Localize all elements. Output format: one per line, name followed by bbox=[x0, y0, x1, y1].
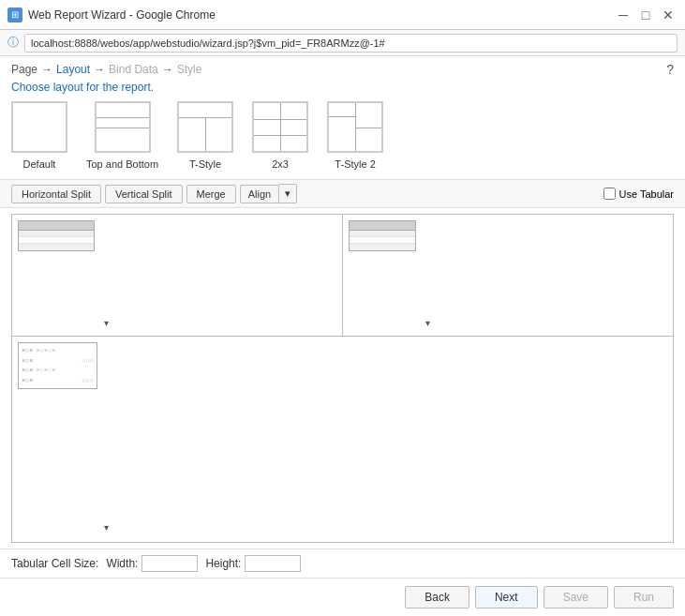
minimize-button[interactable]: ─ bbox=[614, 6, 633, 24]
address-bar: ⓘ bbox=[0, 30, 685, 56]
main-content: Page → Layout → Bind Data → Style ? Choo… bbox=[0, 56, 685, 616]
window-title: Web Report Wizard - Google Chrome bbox=[28, 8, 608, 22]
app-icon: ⊞ bbox=[7, 8, 22, 23]
dropdown-arrow-right: ▾ bbox=[425, 318, 430, 328]
layout-icon-2x3 bbox=[252, 101, 308, 153]
table-widget-left bbox=[18, 220, 95, 251]
use-tabular-checkbox[interactable] bbox=[603, 188, 616, 200]
align-button[interactable]: Align bbox=[240, 185, 279, 203]
layout-label-topbottom: Top and Bottom bbox=[86, 158, 158, 170]
layout-icon-topbottom bbox=[95, 101, 151, 153]
title-bar: ⊞ Web Report Wizard - Google Chrome ─ □ … bbox=[0, 0, 685, 30]
canvas-top-row: ▾ ▾ bbox=[12, 215, 673, 337]
width-field: Width: bbox=[106, 555, 198, 572]
back-button[interactable]: Back bbox=[405, 586, 469, 608]
height-label: Height: bbox=[205, 557, 241, 570]
canvas-panel-left[interactable]: ▾ bbox=[12, 215, 343, 336]
align-dropdown: Align ▾ bbox=[240, 184, 297, 203]
layout-label-2x3: 2x3 bbox=[272, 158, 289, 170]
help-icon[interactable]: ? bbox=[666, 62, 674, 77]
info-icon: ⓘ bbox=[7, 35, 19, 51]
text-widget-bottom: ×○× ×○×○× ×○× ○○○ ×○× ×○×○× ×○× ○○○ bbox=[18, 342, 97, 389]
horizontal-split-button[interactable]: Horizontal Split bbox=[11, 185, 101, 203]
close-button[interactable]: ✕ bbox=[659, 6, 678, 24]
url-input[interactable] bbox=[24, 34, 678, 53]
layout-label-default: Default bbox=[23, 158, 56, 170]
layout-options: Default Top and Bottom T-Style bbox=[0, 101, 685, 179]
tabular-size-bar: Tabular Cell Size: Width: Height: bbox=[0, 548, 685, 578]
run-button[interactable]: Run bbox=[614, 586, 674, 608]
maximize-button[interactable]: □ bbox=[636, 6, 655, 24]
canvas-area: ▾ ▾ ×○× ×○×○× ×○× bbox=[11, 214, 674, 543]
table-widget-right bbox=[349, 220, 416, 251]
height-field: Height: bbox=[205, 555, 301, 572]
use-tabular-container: Use Tabular bbox=[603, 188, 675, 200]
layout-icon-default bbox=[11, 101, 67, 153]
width-input[interactable] bbox=[141, 555, 198, 572]
next-button[interactable]: Next bbox=[475, 586, 538, 608]
breadcrumb: Page → Layout → Bind Data → Style bbox=[11, 63, 666, 76]
dropdown-arrow-bottom: ▾ bbox=[104, 522, 109, 533]
layout-label-tstyle: T-Style bbox=[189, 158, 221, 170]
breadcrumb-page[interactable]: Page bbox=[11, 63, 37, 76]
action-buttons: Back Next Save Run bbox=[0, 578, 685, 616]
layout-icon-tstyle bbox=[177, 101, 233, 153]
dropdown-arrow-left: ▾ bbox=[104, 318, 109, 328]
merge-button[interactable]: Merge bbox=[186, 185, 236, 203]
layout-option-tstyle2[interactable]: T-Style 2 bbox=[327, 101, 383, 170]
canvas-panel-right[interactable]: ▾ bbox=[343, 215, 673, 336]
vertical-split-button[interactable]: Vertical Split bbox=[105, 185, 183, 203]
layout-option-default[interactable]: Default bbox=[11, 101, 67, 170]
width-label: Width: bbox=[106, 557, 138, 570]
layout-option-tstyle[interactable]: T-Style bbox=[177, 101, 233, 170]
window-controls: ─ □ ✕ bbox=[614, 6, 678, 24]
canvas-panel-bottom[interactable]: ×○× ×○×○× ×○× ○○○ ×○× ×○×○× ×○× ○○○ ▾ bbox=[12, 337, 673, 542]
align-dropdown-arrow[interactable]: ▾ bbox=[279, 184, 297, 203]
layout-icon-tstyle2 bbox=[327, 101, 383, 153]
layout-toolbar: Horizontal Split Vertical Split Merge Al… bbox=[0, 179, 685, 208]
use-tabular-label: Use Tabular bbox=[619, 188, 675, 200]
layout-label-tstyle2: T-Style 2 bbox=[335, 158, 375, 170]
layout-option-2x3[interactable]: 2x3 bbox=[252, 101, 308, 170]
breadcrumb-bind-data[interactable]: Bind Data bbox=[109, 63, 158, 76]
layout-option-topbottom[interactable]: Top and Bottom bbox=[86, 101, 158, 170]
choose-layout-label: Choose layout for the report. bbox=[0, 79, 685, 101]
breadcrumb-style[interactable]: Style bbox=[177, 63, 202, 76]
tabular-cell-size-label: Tabular Cell Size: bbox=[11, 557, 98, 570]
breadcrumb-layout[interactable]: Layout bbox=[56, 63, 90, 76]
save-button[interactable]: Save bbox=[544, 586, 608, 608]
height-input[interactable] bbox=[245, 555, 301, 572]
